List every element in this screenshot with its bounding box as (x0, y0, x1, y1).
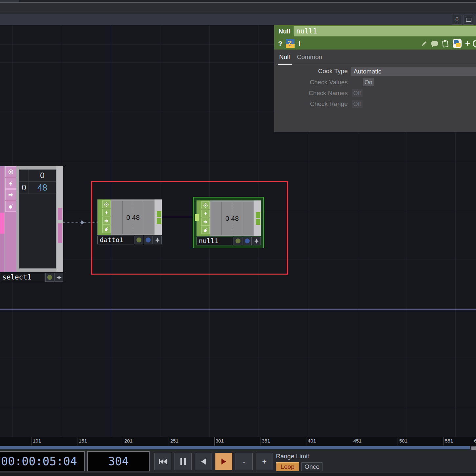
check-names-toggle[interactable]: Off (352, 89, 362, 97)
ruler-tick: 351 (262, 438, 270, 444)
ruler-tick: 451 (353, 438, 362, 444)
window-icon (466, 18, 471, 22)
star-icon (56, 275, 62, 280)
play-icon (221, 459, 226, 465)
cook-type-dropdown[interactable]: Automatic (351, 67, 476, 76)
export-icon[interactable] (5, 189, 16, 200)
timeline-ruler[interactable]: 101 151 201 251 301 351 401 451 501 551 … (0, 437, 476, 445)
once-button[interactable]: Once (301, 462, 322, 471)
pane-toolbar: 0 (0, 14, 476, 25)
ruler-tick: 301 (216, 438, 224, 444)
ruler-tick: 501 (399, 438, 407, 444)
grid-major-horizontal (0, 309, 476, 310)
ruler-tick: 551 (445, 438, 453, 444)
context-help-icon[interactable]: ? (286, 39, 295, 48)
pause-button[interactable] (175, 453, 192, 470)
bypass-icon[interactable] (5, 178, 16, 189)
tab-null[interactable]: Null (279, 53, 290, 61)
param-label: Check Values (274, 79, 348, 86)
clipboard-icon[interactable] (442, 40, 449, 48)
select1-table-viewer[interactable]: 0 0 48 (19, 169, 56, 269)
operator-type-label: Null (274, 28, 294, 35)
ruler-tick: 101 (33, 438, 41, 444)
select1-output-connector[interactable] (58, 208, 62, 220)
ruler-tick: 401 (308, 438, 316, 444)
table-row: 0 48 (19, 182, 56, 194)
top-strip (0, 0, 476, 3)
olive-dot-icon (47, 275, 52, 280)
loop-button[interactable]: Loop (276, 462, 299, 471)
add-icon[interactable]: + (465, 38, 470, 49)
param-row-check-values: Check Values On (274, 78, 476, 87)
info-icon[interactable]: i (299, 40, 300, 48)
null1-input-connector[interactable] (195, 214, 199, 221)
step-back-icon (201, 459, 206, 465)
operator-name-field[interactable]: null1 (294, 26, 476, 36)
transport-bar: 00:00:05:04 304 - + Range Limit Loop Onc… (0, 450, 476, 473)
timecode-display[interactable]: 00:00:05:04 (0, 451, 85, 471)
child-count-button[interactable]: 0 (452, 15, 462, 25)
rewind-start-icon (158, 458, 167, 465)
viewer-toggle-button[interactable] (45, 273, 54, 282)
wire-arrow-icon (81, 220, 85, 225)
touchdesigner-window: 0 (0, 0, 476, 476)
tab-common[interactable]: Common (297, 53, 322, 61)
node-select1[interactable]: 0 0 48 select1 (0, 166, 63, 282)
comment-add-button[interactable] (54, 273, 63, 282)
range-limit-label: Range Limit (276, 453, 309, 460)
table-cell: 0 (19, 182, 29, 194)
frame-increment-button[interactable]: + (256, 453, 273, 470)
help-icon[interactable]: ? (278, 40, 282, 48)
table-row: 0 (19, 170, 56, 182)
python-icon[interactable] (453, 39, 462, 48)
parameter-dialog: Null null1 ? ? i + (274, 25, 476, 132)
check-range-toggle[interactable]: Off (352, 100, 362, 108)
bottom-strip (0, 473, 476, 476)
rewind-start-button[interactable] (154, 453, 171, 470)
play-button[interactable] (215, 453, 232, 470)
pencil-icon[interactable] (421, 40, 427, 47)
maximize-pane-button[interactable] (464, 15, 473, 25)
param-label: Check Names (274, 90, 348, 97)
node-name-field[interactable]: select1 (0, 273, 45, 282)
grid-major-horizontal-2 (0, 311, 476, 311)
select1-flag-column (5, 166, 16, 272)
param-row-cook-type: Cook Type Automatic (274, 67, 476, 75)
lock-icon[interactable] (5, 201, 16, 212)
param-row-check-names: Check Names Off (274, 89, 476, 97)
table-cell (19, 170, 29, 181)
selection-marquee (91, 181, 288, 275)
comment-icon[interactable] (431, 41, 438, 46)
select1-input-connector[interactable] (0, 213, 4, 234)
step-back-button[interactable] (195, 453, 212, 470)
param-label: Check Range (274, 100, 348, 108)
select1-output-connector-2[interactable] (58, 223, 62, 243)
select1-left-edge (0, 166, 4, 272)
frame-decrement-button[interactable]: - (236, 453, 253, 470)
viewer-icon[interactable] (5, 166, 16, 177)
select1-output-strip (56, 166, 63, 272)
ruler-tick: 6 (474, 438, 476, 444)
range-bar[interactable] (0, 446, 476, 450)
param-label: Cook Type (274, 68, 348, 75)
pause-icon (179, 458, 187, 465)
ruler-tick: 151 (79, 438, 87, 444)
menu-bar (0, 3, 476, 13)
top-tab[interactable] (0, 0, 19, 2)
circle-icon[interactable] (473, 40, 476, 48)
playhead[interactable] (215, 437, 215, 445)
ruler-tick: 201 (124, 438, 133, 444)
ruler-tick: 251 (170, 438, 178, 444)
check-values-toggle[interactable]: On (363, 78, 374, 86)
table-cell: 0 (29, 170, 56, 181)
frame-display[interactable]: 304 (87, 451, 150, 471)
param-row-check-range: Check Range Off (274, 100, 476, 108)
table-cell: 48 (29, 182, 56, 194)
child-count-label: 0 (455, 16, 458, 23)
